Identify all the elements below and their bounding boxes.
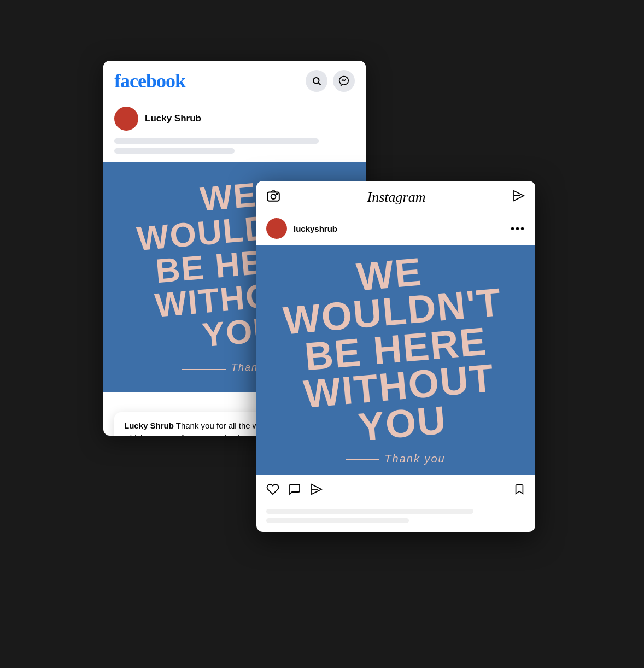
ig-username: luckyshrub xyxy=(294,224,337,233)
fb-post-divider xyxy=(182,369,226,370)
svg-point-3 xyxy=(271,194,276,199)
ig-avatar xyxy=(266,218,287,239)
ig-actions-left xyxy=(266,483,323,499)
fb-content-lines xyxy=(103,138,366,162)
fb-text-line-2 xyxy=(114,148,235,154)
ig-post-image: WE WOULDN'TBE HEREWITHOUT YOU Thank you xyxy=(256,245,535,475)
fb-caption-author: Lucky Shrub xyxy=(124,421,174,430)
ig-comment-button[interactable] xyxy=(288,483,301,499)
fb-search-button[interactable] xyxy=(306,70,327,92)
fb-avatar xyxy=(114,107,138,131)
facebook-logo: facebook xyxy=(114,69,185,92)
ig-send-icon[interactable] xyxy=(512,189,525,206)
ig-caption-lines xyxy=(256,505,535,532)
ig-post-thankyou: Thank you xyxy=(384,453,445,465)
fb-messenger-button[interactable] xyxy=(333,70,355,92)
fb-text-line-1 xyxy=(114,138,319,144)
ig-save-button[interactable] xyxy=(513,483,525,499)
fb-username: Lucky Shrub xyxy=(145,113,201,124)
ig-profile-row: luckyshrub ••• xyxy=(256,214,535,245)
ig-post-divider-row: Thank you xyxy=(346,453,445,465)
ig-like-button[interactable] xyxy=(266,483,279,499)
scene: facebook Lucky Shrub xyxy=(76,61,568,607)
ig-divider-line xyxy=(346,459,379,460)
ig-header: Instagram xyxy=(256,181,535,214)
svg-point-4 xyxy=(276,194,277,195)
ig-more-button[interactable]: ••• xyxy=(511,222,525,235)
fb-profile-row: Lucky Shrub xyxy=(103,101,366,138)
instagram-card: Instagram luckyshrub ••• WE WOULDN'TBE H… xyxy=(256,181,535,532)
ig-text-line-1 xyxy=(266,509,473,514)
ig-post-text-overlay: WE WOULDN'TBE HEREWITHOUT YOU Thank you xyxy=(256,245,535,475)
ig-logo: Instagram xyxy=(367,189,426,206)
ig-post-headline: WE WOULDN'TBE HEREWITHOUT YOU xyxy=(265,245,526,452)
ig-actions-bar xyxy=(256,475,535,505)
fb-header-icons xyxy=(306,70,355,92)
ig-camera-icon[interactable] xyxy=(266,189,280,206)
ig-text-line-2 xyxy=(266,518,409,523)
svg-point-0 xyxy=(313,78,319,84)
ig-share-button[interactable] xyxy=(310,483,323,499)
ig-profile-left: luckyshrub xyxy=(266,218,337,239)
fb-header: facebook xyxy=(103,61,366,101)
svg-line-1 xyxy=(318,83,320,85)
